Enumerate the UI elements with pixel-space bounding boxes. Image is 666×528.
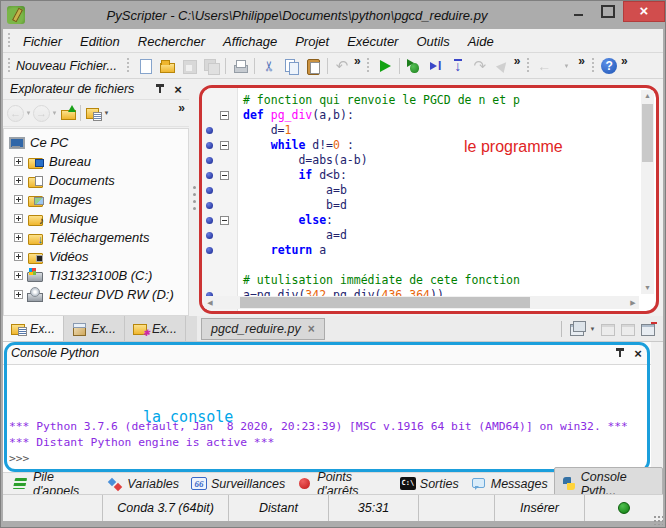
tab-code-explorer[interactable]: Ex... <box>64 316 125 341</box>
code-line[interactable]: # fonction qui renvoie le PGCD de n et p <box>202 93 640 108</box>
menu-item-6[interactable]: Outils <box>407 31 458 52</box>
tab-close-icon[interactable]: × <box>308 322 315 336</box>
nav-forward-dropdown-icon[interactable] <box>50 104 59 122</box>
expand-icon[interactable] <box>14 233 23 242</box>
save-all-icon-button[interactable] <box>200 55 222 77</box>
code-line[interactable]: # utulisation immédiate de cete fonction <box>202 273 640 288</box>
tab-file-explorer[interactable]: Ex... <box>3 316 64 341</box>
tree-item-dvd[interactable]: Lecteur DVD RW (D:) <box>4 285 188 304</box>
menu-item-1[interactable]: Edition <box>71 31 129 52</box>
run-icon-button[interactable] <box>374 55 396 77</box>
horizontal-scroll-thumb[interactable] <box>240 297 530 308</box>
previous-tab-icon[interactable] <box>599 320 617 338</box>
code-line[interactable]: d=abs(a-b) <box>202 153 640 168</box>
nav-forward-icon[interactable] <box>33 105 50 122</box>
code-line[interactable] <box>202 258 640 273</box>
copy-icon-button[interactable] <box>280 55 302 77</box>
close-document-icon[interactable] <box>639 320 657 338</box>
window-list-icon[interactable] <box>568 320 586 338</box>
nav-back-icon[interactable] <box>7 105 24 122</box>
nav-back-icon-button[interactable] <box>533 55 555 77</box>
tab-messages[interactable]: Messages <box>465 474 554 493</box>
menu-item-0[interactable]: Fichier <box>14 31 71 52</box>
code-line[interactable]: while d!=0 : <box>202 138 640 153</box>
scroll-right-icon[interactable]: ▶ <box>627 296 639 309</box>
editor-tab-pgcd-reduire[interactable]: pgcd_reduire.py × <box>201 318 325 340</box>
overflow-chevron[interactable]: » <box>514 54 521 68</box>
overflow-chevron[interactable]: » <box>354 54 361 68</box>
close-panel-icon[interactable] <box>169 80 187 98</box>
open-file-icon-button[interactable] <box>156 55 178 77</box>
code-editor[interactable]: # fonction qui renvoie le PGCD de n et p… <box>199 85 659 314</box>
toolbar-grip[interactable] <box>590 58 595 74</box>
code-line[interactable]: return a <box>202 243 640 258</box>
tab-project-explorer[interactable]: Ex... <box>125 316 186 341</box>
window-list-dropdown-icon[interactable] <box>588 320 597 338</box>
menu-item-5[interactable]: Exécuter <box>338 31 407 52</box>
expand-icon[interactable] <box>14 176 23 185</box>
view-style-dropdown-icon[interactable] <box>102 104 111 122</box>
cut-icon-button[interactable] <box>258 55 280 77</box>
code-line[interactable]: d=1 <box>202 123 640 138</box>
tab-output[interactable]: Sorties <box>394 474 465 493</box>
step-over-icon-button[interactable] <box>447 55 469 77</box>
tree-item-images[interactable]: Images <box>4 190 188 209</box>
code-line[interactable]: a=b <box>202 183 640 198</box>
toolbar-grip[interactable] <box>6 58 11 74</box>
expand-icon[interactable] <box>14 157 23 166</box>
nav-back-dropdown-icon[interactable] <box>24 104 33 122</box>
overflow-chevron[interactable]: » <box>578 54 585 68</box>
folder-up-icon[interactable] <box>59 104 77 122</box>
tab-variables[interactable]: Variables <box>101 474 185 493</box>
print-icon-button[interactable] <box>229 55 251 77</box>
expand-icon[interactable] <box>14 214 23 223</box>
help-icon-button[interactable] <box>598 55 620 77</box>
menu-item-2[interactable]: Rechercher <box>129 31 214 52</box>
step-into-icon-button[interactable] <box>425 55 447 77</box>
editor-horizontal-scrollbar[interactable]: ◀ ▶ <box>204 296 639 309</box>
code-area[interactable]: # fonction qui renvoie le PGCD de n et p… <box>202 88 640 295</box>
fold-collapse-icon[interactable] <box>220 216 229 225</box>
toolbar-grip[interactable] <box>525 58 530 74</box>
maximize-button[interactable] <box>593 1 623 22</box>
vertical-scroll-thumb[interactable] <box>642 104 653 162</box>
toolbar-grip[interactable] <box>366 58 371 74</box>
code-line[interactable]: if d<b: <box>202 168 640 183</box>
fold-collapse-icon[interactable] <box>220 111 229 120</box>
console-prompt[interactable]: >>> <box>9 451 651 467</box>
menu-item-4[interactable]: Projet <box>286 31 338 52</box>
code-line[interactable]: def pg_div(a,b): <box>202 108 640 123</box>
new-file-icon-button[interactable] <box>134 55 156 77</box>
console-output[interactable]: la console *** Python 3.7.6 (default, Ja… <box>3 365 651 467</box>
scroll-down-icon[interactable]: ▼ <box>641 282 654 294</box>
tree-item-desktop[interactable]: Bureau <box>4 152 188 171</box>
menu-item-3[interactable]: Affichage <box>214 31 286 52</box>
tree-item-drive[interactable]: TI31323100B (C:) <box>4 266 188 285</box>
tree-item-downloads[interactable]: Téléchargements <box>4 228 188 247</box>
fold-collapse-icon[interactable] <box>220 141 229 150</box>
panel-splitter[interactable] <box>189 79 199 316</box>
scroll-left-icon[interactable]: ◀ <box>204 296 216 309</box>
expand-icon[interactable] <box>14 271 23 280</box>
code-line[interactable]: b=d <box>202 198 640 213</box>
toolbar-grip[interactable] <box>126 58 131 74</box>
editor-vertical-scrollbar[interactable]: ▲ ▼ <box>641 90 654 294</box>
expand-icon[interactable] <box>14 195 23 204</box>
overflow-chevron[interactable]: » <box>621 54 628 68</box>
fold-collapse-icon[interactable] <box>220 171 229 180</box>
resize-grip[interactable] <box>653 515 663 525</box>
save-icon-button[interactable] <box>178 55 200 77</box>
debug-icon-button[interactable] <box>403 55 425 77</box>
undo-icon-button[interactable] <box>331 55 353 77</box>
expand-icon[interactable] <box>14 290 23 299</box>
step-out-icon-button[interactable] <box>469 55 491 77</box>
expand-icon[interactable] <box>14 252 23 261</box>
menu-item-7[interactable]: Aide <box>459 31 503 52</box>
tree-item-music[interactable]: Musique <box>4 209 188 228</box>
tab-watches[interactable]: Surveillances <box>185 474 291 493</box>
minimize-button[interactable] <box>563 1 593 22</box>
code-line[interactable]: a=d <box>202 228 640 243</box>
close-panel-icon[interactable] <box>629 344 647 362</box>
scroll-up-icon[interactable]: ▲ <box>641 90 654 102</box>
paste-icon-button[interactable] <box>302 55 324 77</box>
